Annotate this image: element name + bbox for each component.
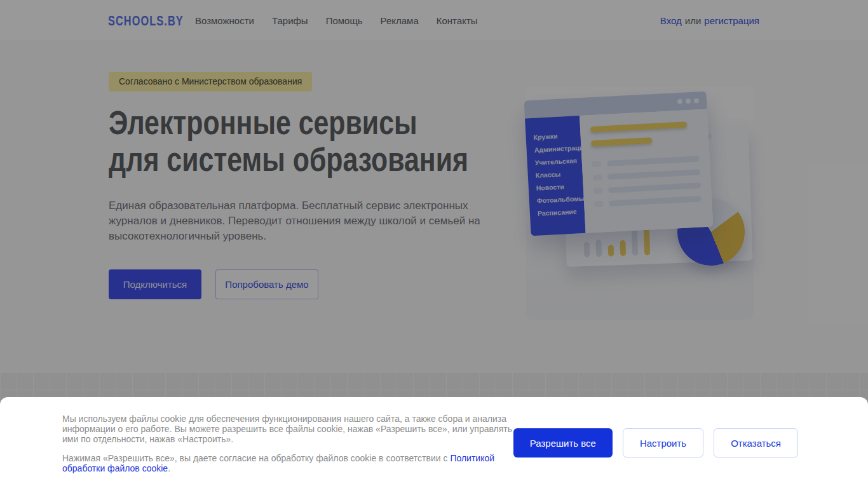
cookie-paragraph-2: Нажимая «Разрешить все», вы даете соглас… [62, 453, 519, 473]
decline-cookies-button[interactable]: Отказаться [714, 428, 798, 458]
cookie-paragraph-1: Мы используем файлы cookie для обеспечен… [62, 414, 519, 444]
cookie-text: Мы используем файлы cookie для обеспечен… [62, 414, 519, 473]
page: SCHOOLS.BY Возможности Тарифы Помощь Рек… [0, 0, 868, 488]
configure-cookies-button[interactable]: Настроить [623, 428, 703, 458]
cookie-buttons: Разрешить все Настроить Отказаться [513, 428, 798, 458]
cookie-paragraph-2-period: . [168, 463, 170, 473]
cookie-consent-banner: Мы используем файлы cookie для обеспечен… [0, 397, 868, 488]
allow-all-cookies-button[interactable]: Разрешить все [513, 428, 613, 458]
cookie-paragraph-2-text: Нажимая «Разрешить все», вы даете соглас… [62, 453, 450, 463]
